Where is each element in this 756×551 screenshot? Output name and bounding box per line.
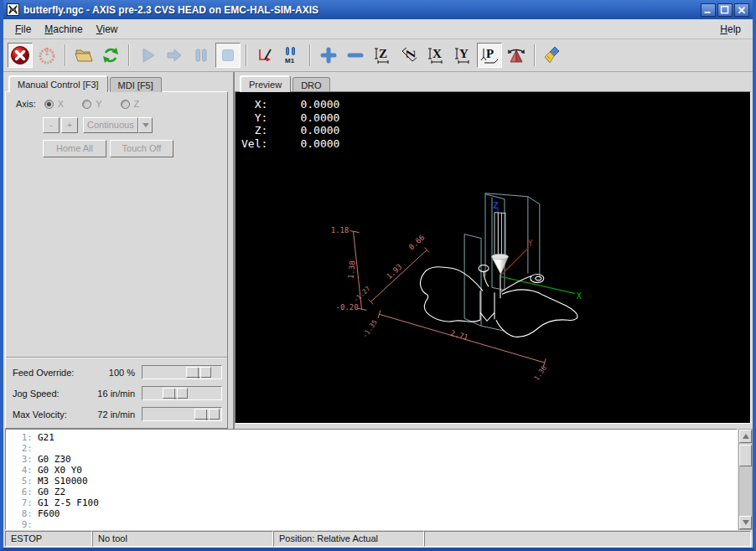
panel-filler <box>6 157 227 357</box>
skip-lines-toggle[interactable] <box>252 43 277 68</box>
slider-track[interactable] <box>142 365 222 379</box>
slider-thumb[interactable] <box>194 409 220 420</box>
tool-wireframe <box>495 213 505 256</box>
slider-label: Max Velocity: <box>13 409 86 420</box>
menubar: File Machine View Help <box>3 19 753 39</box>
manual-control-body: Axis: X Y Z - + Continuous <box>5 91 228 429</box>
status-filler <box>424 531 751 547</box>
slider-thumb[interactable] <box>186 367 211 378</box>
gcode-line[interactable]: 8:F600 <box>11 508 737 519</box>
line-number: 1: <box>11 432 33 443</box>
view-front-icon: Y <box>453 46 472 64</box>
x-axis-label: X <box>577 291 582 301</box>
scrollbar-thumb[interactable] <box>739 445 752 466</box>
view-rotated-top-button[interactable]: Z <box>396 43 422 68</box>
toolbar-separator <box>128 44 130 66</box>
power-button[interactable] <box>34 43 60 68</box>
chevron-down-icon[interactable] <box>138 117 153 133</box>
pause-button[interactable] <box>189 43 214 68</box>
reload-button[interactable] <box>98 43 123 68</box>
home-row: Home All Touch Off <box>43 140 227 157</box>
titlebar[interactable]: butterfly.ngc - AXIS pre-2.3 CVS HEAD on… <box>3 0 753 19</box>
gcode-line[interactable]: 9: <box>11 519 737 530</box>
gcode-line[interactable]: 6:G0 Z2 <box>11 487 737 497</box>
jog-minus-button[interactable]: - <box>43 117 60 133</box>
menu-item-machine[interactable]: Machine <box>38 21 89 38</box>
stop-button[interactable] <box>215 43 241 68</box>
slider-value: 100 % <box>86 368 142 378</box>
dro-line: Y: 0.0000 <box>241 111 339 125</box>
slider-row: Jog Speed:16 in/min <box>13 383 222 404</box>
axis-radio-z-label: Z <box>134 99 140 109</box>
preview-canvas[interactable]: X: 0.0000 Y: 0.0000 Z: 0.0000Vel: 0.0000 <box>235 91 751 424</box>
status-position-mode: Position: Relative Actual <box>273 531 424 547</box>
toolbar-separator <box>534 44 536 66</box>
view-side-button[interactable]: X <box>423 43 448 68</box>
line-number: 4: <box>11 465 33 476</box>
gcode-view[interactable]: 1:G212:3:G0 Z304:G0 X0 Y05:M3 S100006:G0… <box>5 429 738 530</box>
zoom-out-button[interactable] <box>343 43 368 68</box>
tab-dro[interactable]: DRO <box>293 77 329 92</box>
home-all-button[interactable]: Home All <box>43 140 106 157</box>
gcode-line[interactable]: 2: <box>11 443 737 454</box>
tab-preview[interactable]: Preview <box>240 75 291 92</box>
slider-section: Feed Override:100 %Jog Speed:16 in/minMa… <box>6 357 227 428</box>
gcode-scrollbar[interactable] <box>738 429 753 530</box>
power-icon <box>37 45 57 65</box>
statusbar: ESTOP No tool Position: Relative Actual <box>3 530 753 548</box>
gcode-line[interactable]: 4:G0 X0 Y0 <box>11 465 737 476</box>
optional-pause-toggle[interactable]: M1 <box>279 43 304 68</box>
view-perspective-button[interactable]: P <box>477 43 502 68</box>
jog-plus-button[interactable]: + <box>61 117 78 133</box>
status-machine-state: ESTOP <box>5 531 92 547</box>
step-button[interactable] <box>162 43 187 68</box>
scroll-down-icon[interactable] <box>739 516 752 529</box>
axis-radio-z[interactable] <box>121 100 130 109</box>
scroll-up-icon[interactable] <box>739 430 752 443</box>
scrollbar-track[interactable] <box>739 443 752 516</box>
slider-thumb[interactable] <box>163 388 188 399</box>
gcode-line[interactable]: 7:G1 Z-5 F100 <box>11 497 737 508</box>
tab-mdi[interactable]: MDI [F5] <box>110 77 162 92</box>
clear-plot-button[interactable] <box>541 43 566 68</box>
jog-mode-select[interactable]: Continuous <box>83 117 153 133</box>
open-file-button[interactable] <box>71 43 96 68</box>
toolbar-separator <box>246 44 247 66</box>
slider-track[interactable] <box>142 386 222 400</box>
line-number: 7: <box>11 497 33 508</box>
gcode-text: G1 Z-5 F100 <box>38 497 99 508</box>
view-side-icon: X <box>427 46 445 64</box>
view-rotated-top-icon: Z <box>400 46 418 64</box>
axis-radio-x[interactable] <box>44 100 54 109</box>
gcode-line[interactable]: 1:G21 <box>11 432 737 443</box>
menu-item-view[interactable]: View <box>90 21 125 38</box>
tab-manual-control[interactable]: Manual Control [F3] <box>8 75 108 92</box>
zoom-in-button[interactable] <box>316 43 341 68</box>
view-front-button[interactable]: Y <box>450 43 475 68</box>
view-top-button[interactable]: Z <box>370 43 395 68</box>
menu-item-file[interactable]: File <box>8 21 38 38</box>
axis-radio-y[interactable] <box>82 100 91 109</box>
run-button[interactable] <box>135 43 160 68</box>
gcode-line[interactable]: 3:G0 Z30 <box>11 454 737 465</box>
dro-line: X: 0.0000 <box>241 98 339 111</box>
rotate-view-button[interactable] <box>504 43 529 68</box>
axis-label: Axis: <box>16 99 36 109</box>
maximize-button[interactable] <box>717 3 733 17</box>
estop-button[interactable] <box>8 43 33 68</box>
dimension-labels: 1.18 1.38 -0.20 0.66 1.93 -1.27 2.71 -1.… <box>331 226 548 382</box>
minimize-button[interactable] <box>701 3 716 17</box>
optional-pause-icon: M1 <box>282 46 301 64</box>
gcode-text: G0 Z30 <box>38 454 71 465</box>
menu-item-help[interactable]: Help <box>713 21 748 38</box>
gcode-line[interactable]: 5:M3 S10000 <box>11 476 737 487</box>
open-folder-icon <box>74 45 94 65</box>
line-number: 2: <box>11 443 33 454</box>
control-tabs: Manual Control [F3] MDI [F5] <box>3 74 230 91</box>
dim-y-size: 1.93 <box>385 262 404 281</box>
slider-track[interactable] <box>142 407 222 421</box>
preview-panel: Preview DRO X: 0.0000 Y: 0.0000 Z: 0.000… <box>235 72 753 429</box>
close-button[interactable] <box>734 3 749 17</box>
estop-icon <box>10 45 30 65</box>
touch-off-button[interactable]: Touch Off <box>110 140 173 157</box>
